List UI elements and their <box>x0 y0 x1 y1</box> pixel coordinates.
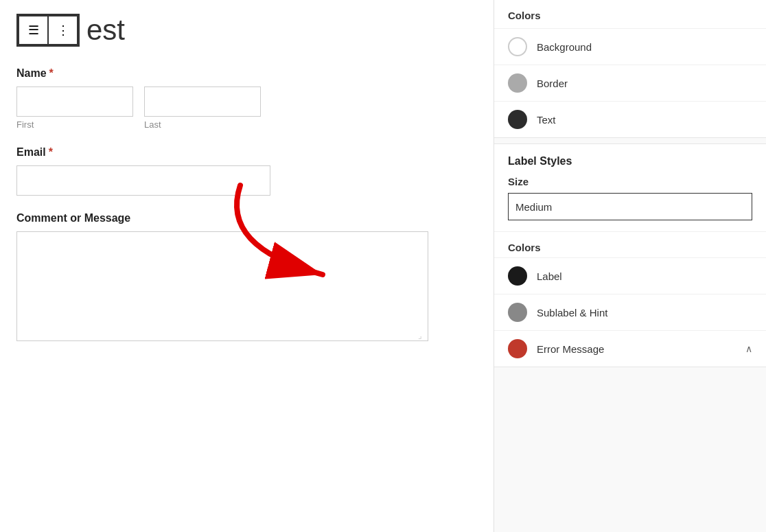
border-color-label: Border <box>537 78 568 89</box>
resize-handle: ⌟ <box>418 331 426 339</box>
label-color-circle <box>508 266 527 286</box>
page-title: est <box>86 14 125 47</box>
color-row-text[interactable]: Text <box>494 101 766 137</box>
dots-icon: ⋮ <box>57 23 69 38</box>
color-row-sublabel[interactable]: Sublabel & Hint <box>494 294 766 330</box>
name-fields <box>16 86 477 117</box>
color-row-background[interactable]: Background <box>494 28 766 65</box>
first-sublabel: First <box>16 119 133 130</box>
last-name-input[interactable] <box>144 86 261 117</box>
background-color-circle <box>508 37 527 56</box>
email-required-star: * <box>49 146 53 159</box>
list-view-button[interactable]: ☰ <box>18 15 48 45</box>
border-color-circle <box>508 73 527 93</box>
form-panel: ☰ ⋮ est Name * First Last Email * <box>0 0 494 532</box>
name-sublabels: First Last <box>16 119 477 130</box>
background-color-label: Background <box>537 41 592 53</box>
size-select-wrapper: Small Medium Large <box>508 193 752 220</box>
error-color-label: Error Message <box>537 343 604 355</box>
text-color-circle <box>508 110 527 129</box>
colors-section-header: Colors <box>494 0 766 28</box>
name-required-star: * <box>49 67 54 80</box>
right-panel: Colors Background Border Text Label Styl… <box>494 0 766 532</box>
chevron-down-icon: ∧ <box>745 343 752 354</box>
color-row-error[interactable]: Error Message ∧ <box>494 330 766 367</box>
email-label: Email * <box>16 146 477 159</box>
name-label: Name * <box>16 67 477 80</box>
sublabel-color-circle <box>508 303 527 322</box>
first-name-input[interactable] <box>16 86 133 117</box>
colors-section-top: Colors Background Border Text <box>494 0 766 138</box>
more-options-button[interactable]: ⋮ <box>48 15 78 45</box>
right-panel-inner: Colors Background Border Text Label Styl… <box>494 0 766 367</box>
label-styles-header: Label Styles <box>494 144 766 176</box>
comment-section: Comment or Message ⌟ <box>16 212 477 341</box>
label-styles-section: Label Styles Size Small Medium Large Col… <box>494 143 766 367</box>
top-toolbar: ☰ ⋮ est <box>16 14 477 47</box>
label-color-label: Label <box>537 270 562 282</box>
sublabel-color-label: Sublabel & Hint <box>537 307 607 319</box>
size-select[interactable]: Small Medium Large <box>508 193 752 220</box>
email-input[interactable] <box>16 165 270 196</box>
toolbar-group: ☰ ⋮ <box>16 14 80 47</box>
colors-bottom-header: Colors <box>494 232 766 257</box>
color-row-label[interactable]: Label <box>494 257 766 294</box>
list-icon: ☰ <box>28 23 39 38</box>
text-color-label: Text <box>537 114 556 126</box>
comment-label: Comment or Message <box>16 212 477 224</box>
comment-textarea[interactable]: ⌟ <box>16 231 428 341</box>
email-section: Email * <box>16 146 477 196</box>
error-color-circle <box>508 339 527 358</box>
last-sublabel: Last <box>144 119 261 130</box>
size-section: Size Small Medium Large <box>494 176 766 231</box>
size-label: Size <box>508 176 752 187</box>
colors-bottom-section: Colors Label Sublabel & Hint Error Messa… <box>494 231 766 367</box>
name-section: Name * First Last <box>16 67 477 130</box>
color-row-border[interactable]: Border <box>494 65 766 101</box>
